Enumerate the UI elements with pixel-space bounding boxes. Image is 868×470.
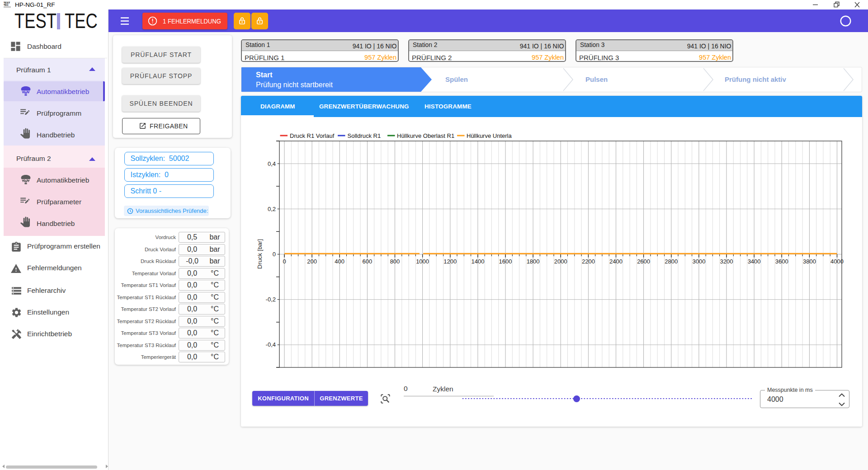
- svg-text:0: 0: [283, 258, 286, 265]
- svg-text:3400: 3400: [748, 258, 761, 265]
- svg-text:3800: 3800: [803, 258, 816, 265]
- svg-text:3000: 3000: [692, 258, 705, 265]
- svg-text:4000: 4000: [830, 258, 844, 265]
- svg-text:0,4: 0,4: [268, 160, 276, 167]
- svg-text:2800: 2800: [665, 258, 678, 265]
- svg-text:2000: 2000: [554, 258, 567, 265]
- svg-text:Hüllkurve Unterla: Hüllkurve Unterla: [467, 132, 512, 139]
- svg-text:3600: 3600: [775, 258, 788, 265]
- svg-text:-0,2: -0,2: [266, 296, 276, 303]
- svg-text:2600: 2600: [637, 258, 650, 265]
- svg-text:0: 0: [273, 251, 276, 258]
- svg-text:1200: 1200: [443, 258, 457, 265]
- svg-text:Druck [bar]: Druck [bar]: [256, 239, 263, 269]
- svg-text:Hüllkurve Oberlast R1: Hüllkurve Oberlast R1: [397, 132, 454, 139]
- svg-text:800: 800: [390, 258, 400, 265]
- svg-text:400: 400: [335, 258, 344, 265]
- svg-text:0,2: 0,2: [268, 206, 276, 212]
- svg-text:1000: 1000: [416, 258, 429, 265]
- svg-text:Druck R1 Vorlauf: Druck R1 Vorlauf: [290, 132, 335, 139]
- svg-text:1400: 1400: [471, 258, 484, 265]
- svg-text:2400: 2400: [609, 258, 623, 265]
- svg-text:Solldruck R1: Solldruck R1: [348, 132, 381, 139]
- svg-text:2200: 2200: [582, 258, 595, 265]
- svg-text:-0,4: -0,4: [266, 341, 276, 348]
- svg-text:600: 600: [363, 258, 373, 265]
- svg-text:1600: 1600: [499, 258, 512, 265]
- svg-text:1800: 1800: [527, 258, 540, 265]
- svg-text:3200: 3200: [720, 258, 733, 265]
- svg-text:200: 200: [307, 258, 317, 265]
